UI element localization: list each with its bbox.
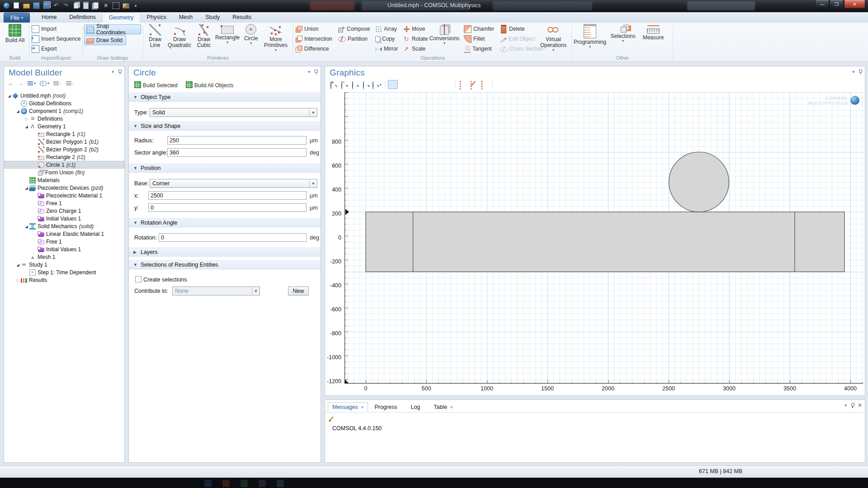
graphics-toolbar-button[interactable]	[550, 80, 560, 89]
rotate-button[interactable]: Rotate	[403, 35, 428, 43]
geometry-canvas[interactable]	[344, 92, 863, 384]
contribute-to-select[interactable]: None▼	[172, 286, 260, 296]
tree-item[interactable]: Bézier Polygon 1 (b1)	[4, 138, 124, 145]
tab-close-icon[interactable]: ×	[361, 404, 363, 410]
move-down-icon[interactable]: ↓	[66, 81, 75, 86]
graphics-toolbar-button[interactable]	[361, 80, 371, 89]
move-button[interactable]: Move	[403, 25, 425, 33]
graphics-toolbar-button[interactable]: ▾	[372, 80, 382, 89]
tree-item[interactable]: Zero Charge 1	[4, 207, 124, 215]
graphics-toolbar-button[interactable]	[480, 80, 490, 89]
show-menu-icon[interactable]: ▾	[40, 81, 49, 86]
scale-button[interactable]: Scale	[403, 45, 425, 53]
tangent-button[interactable]: Tangent	[464, 45, 492, 53]
graphics-toolbar-button[interactable]	[410, 80, 420, 89]
graphics-toolbar-button[interactable]	[458, 80, 468, 89]
sector-angle-field[interactable]: 360	[167, 148, 307, 157]
graphics-toolbar-button[interactable]	[329, 80, 339, 89]
panel-menu-icon[interactable]: ▾	[852, 70, 854, 74]
tree-item[interactable]: Definitions	[4, 115, 124, 122]
rectangle-button[interactable]: Rectangle▾	[214, 24, 241, 44]
messages-tab[interactable]: Table ×	[429, 402, 457, 412]
tree-item[interactable]: Materials	[4, 176, 124, 184]
messages-tab[interactable]: Log	[406, 402, 427, 412]
section-object-type[interactable]: ▼Object Type	[129, 93, 321, 102]
tree-item[interactable]: Initial Values 1	[4, 215, 124, 222]
tree-expand-icon[interactable]	[15, 263, 21, 267]
tree-item[interactable]: Piezoelectric Devices (pzd)	[4, 184, 124, 192]
x-field[interactable]: 2500	[148, 191, 307, 200]
ribbon-tab[interactable]: Study	[199, 12, 226, 22]
type-select[interactable]: Solid▼	[150, 108, 317, 117]
tree-item[interactable]: Circle 1 (c1)	[4, 161, 124, 169]
graphics-toolbar-button[interactable]	[431, 80, 441, 89]
intersection-button[interactable]: Intersection	[296, 35, 332, 43]
ribbon-tab[interactable]: Physics	[141, 12, 173, 22]
pin-icon[interactable]	[313, 70, 318, 74]
ribbon-tab[interactable]: Geometry	[102, 12, 141, 23]
graphics-toolbar-button[interactable]	[399, 80, 409, 89]
graphics-toolbar-button[interactable]	[350, 80, 360, 89]
messages-tab[interactable]: Progress	[370, 402, 404, 412]
tree-item[interactable]: Linear Elastic Material 1	[4, 230, 124, 238]
section-rotation-angle[interactable]: ▼Rotation Angle	[129, 218, 321, 227]
build-selected-button[interactable]: Build Selected	[134, 81, 178, 89]
draw-cubic-button[interactable]: Draw Cubic	[194, 24, 213, 48]
tab-close-icon[interactable]: ×	[450, 404, 453, 410]
back-icon[interactable]: ←	[8, 80, 14, 87]
ribbon-tab[interactable]: Definitions	[63, 12, 102, 22]
copy-button[interactable]: Copy	[375, 35, 395, 43]
export-button[interactable]: Export	[32, 45, 57, 53]
tree-expand-icon[interactable]	[24, 224, 29, 229]
graphics-toolbar-button[interactable]	[340, 80, 349, 89]
tree-expand-icon[interactable]	[6, 94, 12, 98]
tree-item[interactable]: Rectangle 2 (r2)	[4, 153, 124, 161]
tree-item[interactable]: Step 1: Time Dependent	[4, 268, 124, 276]
tree-item[interactable]: Untitled.mph (root)	[4, 92, 124, 99]
graphics-toolbar-button[interactable]	[495, 80, 505, 89]
tree-item[interactable]: Study 1	[4, 261, 124, 268]
build-all-button[interactable]: Build All	[5, 24, 25, 43]
taskbar-icon[interactable]	[222, 480, 230, 487]
partition-button[interactable]: Partition	[338, 35, 368, 43]
taskbar-icon[interactable]	[241, 480, 248, 487]
ribbon-tab[interactable]: Home	[35, 12, 63, 22]
tree-item[interactable]: Results	[4, 276, 124, 284]
tree-expand-icon[interactable]	[24, 124, 29, 129]
close-icon[interactable]: ✕	[858, 402, 862, 408]
tree-expand-icon[interactable]	[15, 109, 21, 113]
panel-menu-icon[interactable]: ▾	[844, 403, 847, 408]
conversions-button[interactable]: Conversions▾	[429, 24, 459, 45]
geometry-circle[interactable]	[669, 152, 729, 212]
base-select[interactable]: Corner▼	[150, 179, 317, 188]
compose-button[interactable]: Compose	[338, 25, 370, 33]
difference-button[interactable]: Difference	[296, 45, 329, 53]
tree-item[interactable]: Solid Mechanics (solid)	[4, 222, 124, 230]
graphics-toolbar-button[interactable]	[528, 80, 538, 89]
tree-expand-icon[interactable]	[15, 278, 21, 282]
import-button[interactable]: Import	[32, 25, 57, 33]
graphics-toolbar-button[interactable]	[420, 80, 430, 89]
tree-item[interactable]: Component 1 (comp1)	[4, 107, 124, 115]
move-up-icon[interactable]: ↑	[53, 81, 62, 86]
forward-icon[interactable]: →	[18, 80, 24, 87]
restore-button[interactable]: ❐	[830, 0, 844, 9]
taskbar-icon[interactable]	[277, 480, 284, 487]
tree-item[interactable]: Piezoelectric Material 1	[4, 192, 124, 199]
geometry-bar[interactable]	[366, 212, 844, 272]
pin-icon[interactable]	[850, 403, 854, 408]
tree-item[interactable]: Form Union (fin)	[4, 169, 124, 176]
ribbon-tab[interactable]: Results	[226, 12, 258, 22]
circle-button[interactable]: Circle▾	[241, 24, 260, 45]
draw-line-button[interactable]: Draw Line	[146, 24, 165, 48]
ribbon-tab[interactable]: Mesh	[173, 12, 199, 22]
radius-field[interactable]: 250	[167, 136, 307, 145]
pin-icon[interactable]	[858, 70, 862, 74]
union-button[interactable]: Union	[296, 25, 318, 33]
y-field[interactable]: 0	[148, 203, 307, 212]
graphics-toolbar-button[interactable]	[469, 80, 479, 89]
draw-quadratic-button[interactable]: Draw Quadratic	[165, 24, 193, 48]
close-button[interactable]: ✕	[844, 0, 865, 9]
section-size-and-shape[interactable]: ▼Size and Shape	[129, 122, 321, 131]
panel-menu-icon[interactable]: ▾	[308, 70, 310, 74]
